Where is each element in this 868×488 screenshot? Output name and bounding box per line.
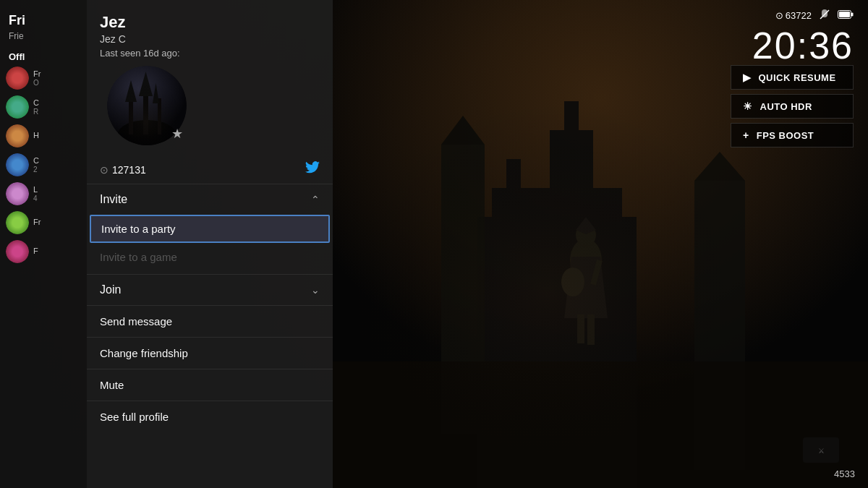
sidebar-name-2: C [33, 98, 39, 108]
join-section-header[interactable]: Join ⌄ [87, 275, 333, 305]
change-friendship-label: Change friendship [100, 347, 188, 359]
svg-rect-30 [839, 12, 850, 17]
sidebar-item-7[interactable]: F [0, 237, 87, 266]
hud-battery-icon [838, 10, 854, 21]
invite-section: Invite ⌃ Invite to a party Invite to a g… [87, 184, 333, 274]
invite-label: Invite [100, 193, 127, 206]
sidebar-name-5: L [33, 185, 38, 194]
change-friendship-item[interactable]: Change friendship [87, 337, 333, 369]
join-chevron: ⌄ [311, 284, 320, 296]
profile-gamerscore: ⊙ 127131 [100, 164, 146, 176]
send-message-label: Send message [100, 315, 172, 328]
quick-resume-label: QUICK RESUME [759, 72, 836, 83]
invite-to-game-item: Invite to a game [87, 243, 333, 271]
join-label: Join [100, 283, 121, 296]
sidebar-status-5: 4 [33, 194, 38, 202]
fps-boost-label: FPS BOOST [757, 130, 814, 141]
mute-label: Mute [100, 379, 124, 391]
hud-top-row: ⊙ 63722 [775, 9, 854, 22]
avatar-4 [6, 153, 29, 176]
hud-gamerscore-icon: ⊙ [775, 10, 783, 21]
profile-star: ★ [171, 126, 183, 142]
see-full-profile-item[interactable]: See full profile [87, 401, 333, 432]
auto-hdr-label: AUTO HDR [760, 101, 812, 112]
sidebar: Fri Frie Offl Fr O C R H C [0, 0, 87, 488]
hud-mute-icon [819, 9, 830, 22]
auto-hdr-button[interactable]: ☀ AUTO HDR [731, 94, 854, 119]
hdr-icon: ☀ [743, 100, 753, 112]
avatar-3 [6, 124, 29, 147]
profile-name: Jez [100, 13, 320, 32]
invite-chevron: ⌃ [311, 194, 320, 205]
hud-gamerscore-value: 63722 [786, 10, 812, 21]
sidebar-name-1: Fr [33, 69, 41, 79]
hud-time: 20:36 [752, 27, 854, 64]
sidebar-title: Fri [0, 7, 87, 31]
avatar-1 [6, 67, 29, 90]
sidebar-name-3: H [33, 131, 39, 140]
sidebar-item-1[interactable]: Fr O [0, 64, 87, 93]
sidebar-status-4: 2 [33, 166, 39, 174]
fps-boost-button[interactable]: + FPS BOOST [731, 123, 854, 147]
join-section: Join ⌄ [87, 274, 333, 305]
play-icon: ▶ [743, 72, 752, 83]
quick-resume-button[interactable]: ▶ QUICK RESUME [731, 65, 854, 90]
twitter-button[interactable] [305, 161, 320, 178]
invite-section-header[interactable]: Invite ⌃ [87, 184, 333, 215]
hud-gamerscore: ⊙ 63722 [775, 10, 812, 21]
gamerscore-icon: ⊙ [100, 164, 109, 176]
avatar-7 [6, 240, 29, 263]
profile-header: Jez Jez C Last seen 16d ago: [87, 0, 333, 153]
svg-rect-31 [851, 13, 854, 17]
profile-last-seen: Last seen 16d ago: [100, 48, 320, 59]
sidebar-name-7: F [33, 247, 38, 256]
profile-card: Jez Jez C Last seen 16d ago: [87, 0, 333, 488]
send-message-item[interactable]: Send message [87, 305, 333, 337]
mute-item[interactable]: Mute [87, 369, 333, 401]
sidebar-subtitle: Frie [0, 31, 87, 47]
sidebar-item-6[interactable]: Fr [0, 208, 87, 237]
sidebar-name-4: C [33, 156, 39, 166]
avatar-6 [6, 211, 29, 234]
sidebar-item-3[interactable]: H [0, 121, 87, 150]
sidebar-status-1: O [33, 79, 41, 87]
svg-text:⚔: ⚔ [818, 447, 825, 455]
avatar-2 [6, 95, 29, 119]
sidebar-name-6: Fr [33, 218, 41, 227]
profile-avatar-wrap: ★ [107, 66, 187, 145]
sidebar-item-5[interactable]: L 4 [0, 179, 87, 208]
profile-stats-row: ⊙ 127131 [87, 153, 333, 184]
gamerscore-value: 127131 [112, 164, 146, 176]
sidebar-status-2: R [33, 108, 39, 116]
invite-menu-items: Invite to a party Invite to a game [87, 215, 333, 274]
avatar-5 [6, 182, 29, 205]
profile-gamertag: Jez C [100, 33, 320, 45]
invite-to-party-label: Invite to a party [101, 223, 176, 235]
invite-to-party-item[interactable]: Invite to a party [90, 215, 330, 243]
invite-to-game-label: Invite to a game [100, 251, 177, 263]
see-full-profile-label: See full profile [100, 411, 169, 423]
hud: ⊙ 63722 20:36 [752, 9, 854, 64]
sidebar-offline-section: Offl [0, 47, 87, 64]
sidebar-item-4[interactable]: C 2 [0, 150, 87, 179]
sidebar-item-2[interactable]: C R [0, 93, 87, 121]
fps-icon: + [743, 129, 749, 141]
quick-menu: ▶ QUICK RESUME ☀ AUTO HDR + FPS BOOST [731, 65, 854, 147]
bottom-right-number: 4533 [834, 468, 855, 479]
